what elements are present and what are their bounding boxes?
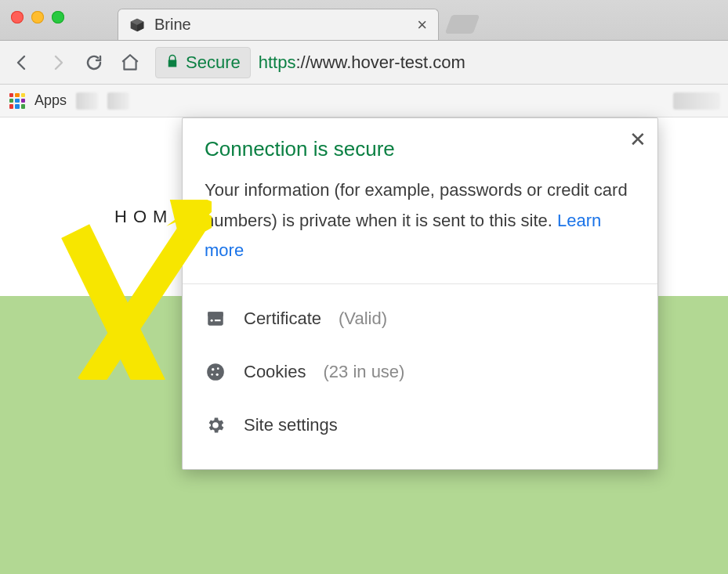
url-rest: ://www.hover-test.com — [295, 52, 465, 72]
popover-text: Your information (for example, passwords… — [205, 175, 636, 266]
svg-point-10 — [216, 373, 219, 375]
nav-bar: Secure https://www.hover-test.com — [0, 41, 728, 85]
window-maximize-button[interactable] — [52, 11, 64, 23]
secure-label: Secure — [186, 52, 241, 73]
url-scheme: https — [259, 52, 296, 72]
home-button[interactable] — [119, 52, 141, 74]
address-bar[interactable]: Secure https://www.hover-test.com — [155, 47, 717, 78]
svg-point-7 — [207, 363, 224, 381]
certificate-status: (Valid) — [339, 309, 387, 329]
popover-title: Connection is secure — [205, 137, 636, 161]
window-minimize-button[interactable] — [31, 11, 44, 23]
svg-rect-6 — [215, 319, 221, 321]
new-tab-button[interactable] — [445, 15, 480, 34]
window-controls — [11, 11, 64, 23]
security-chip[interactable]: Secure — [155, 47, 251, 78]
apps-label[interactable]: Apps — [34, 92, 67, 109]
lock-icon — [165, 54, 179, 71]
back-button[interactable] — [11, 52, 33, 74]
popover-close-button[interactable]: ✕ — [629, 128, 647, 152]
security-popover: ✕ Connection is secure Your information … — [182, 117, 658, 470]
window-close-button[interactable] — [11, 11, 24, 23]
site-nav-home[interactable]: HOME — [114, 207, 191, 227]
site-settings-label: Site settings — [244, 415, 338, 435]
svg-rect-4 — [208, 312, 223, 316]
cookies-status: (23 in use) — [323, 362, 404, 382]
tab-strip: Brine × — [118, 0, 476, 40]
site-settings-item[interactable]: Site settings — [197, 399, 643, 452]
forward-button[interactable] — [47, 52, 69, 74]
page-content: HOME ✕ Connection is secure Your informa… — [0, 117, 728, 574]
bookmarks-bar: Apps — [0, 85, 728, 117]
apps-icon[interactable] — [9, 93, 25, 109]
svg-point-8 — [212, 368, 214, 370]
title-bar: Brine × — [0, 0, 728, 41]
tab-active[interactable]: Brine × — [118, 9, 439, 40]
certificate-item[interactable]: Certificate (Valid) — [197, 292, 643, 345]
svg-point-9 — [217, 367, 219, 370]
bookmark-item[interactable] — [673, 92, 720, 110]
favicon-icon — [129, 17, 145, 33]
gear-icon — [205, 414, 226, 436]
bookmark-item[interactable] — [107, 92, 129, 110]
tab-close-button[interactable]: × — [417, 15, 427, 35]
cookie-icon — [205, 361, 226, 383]
reload-button[interactable] — [83, 52, 105, 74]
url-text: https://www.hover-test.com — [259, 52, 465, 73]
svg-point-5 — [211, 319, 213, 321]
certificate-label: Certificate — [244, 309, 321, 329]
svg-point-11 — [211, 373, 213, 375]
tab-title: Brine — [154, 16, 407, 34]
bookmark-item[interactable] — [76, 92, 98, 110]
cookies-label: Cookies — [244, 362, 306, 382]
popover-list: Certificate (Valid) Cookies (23 in use) … — [183, 284, 657, 469]
certificate-icon — [205, 308, 226, 330]
browser-window: Brine × Secure https://www. — [0, 0, 728, 574]
bookmark-overflow — [673, 85, 720, 117]
cookies-item[interactable]: Cookies (23 in use) — [197, 345, 643, 399]
popover-body: Connection is secure Your information (f… — [183, 118, 657, 284]
